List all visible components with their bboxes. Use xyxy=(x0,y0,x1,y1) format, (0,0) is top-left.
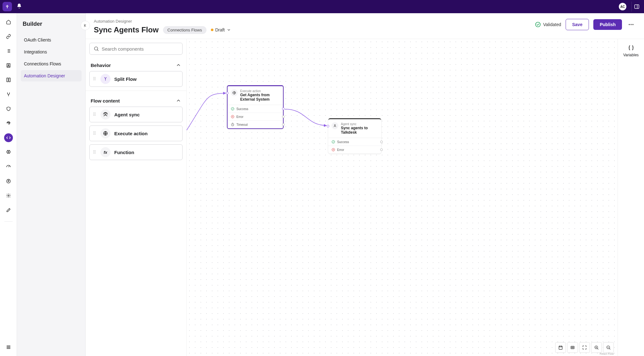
port-out[interactable] xyxy=(380,141,383,143)
search-icon xyxy=(93,46,99,52)
sidebar-item-connections[interactable]: Connections Flows xyxy=(21,58,82,70)
nav-home-icon[interactable] xyxy=(4,18,13,26)
nav-contact-icon[interactable] xyxy=(4,61,13,70)
variables-rail[interactable]: Variables xyxy=(618,39,644,356)
svg-point-16 xyxy=(630,24,631,25)
node-row-timeout[interactable]: Timeout xyxy=(228,121,283,128)
node-execute-action[interactable]: Execute action Get Agents from External … xyxy=(227,85,284,129)
search-input[interactable] xyxy=(102,46,178,52)
nav-edit-icon[interactable] xyxy=(4,206,13,214)
nav-compass-icon[interactable] xyxy=(4,177,13,186)
port-out[interactable] xyxy=(380,148,383,151)
port-in[interactable] xyxy=(226,92,229,94)
palette-label: Function xyxy=(114,150,134,155)
svg-point-25 xyxy=(334,125,336,126)
flow-canvas[interactable]: Execute action Get Agents from External … xyxy=(187,39,618,356)
palette-divider xyxy=(86,91,186,91)
chevron-up-icon xyxy=(176,62,181,68)
fullscreen-button[interactable] xyxy=(579,342,590,353)
row-label: Error xyxy=(236,115,243,119)
fx-icon: fx xyxy=(100,147,110,157)
svg-point-19 xyxy=(105,113,106,114)
nav-brain-icon[interactable] xyxy=(4,148,13,157)
nav-list-icon[interactable] xyxy=(4,47,13,55)
zoom-in-button[interactable] xyxy=(591,342,602,353)
palette-item-execute-action[interactable]: ⠿ Execute action xyxy=(89,125,183,141)
palette-label: Execute action xyxy=(114,131,148,136)
nav-apps-icon[interactable] xyxy=(4,343,13,352)
nav-branch-icon[interactable] xyxy=(4,90,13,99)
palette-label: Agent sync xyxy=(114,112,140,117)
panel-toggle-icon[interactable] xyxy=(631,2,641,12)
x-circle-icon xyxy=(231,115,234,119)
port-out[interactable] xyxy=(282,115,285,118)
node-row-error[interactable]: Error xyxy=(228,113,283,121)
row-label: Error xyxy=(337,148,344,152)
more-button[interactable] xyxy=(626,20,636,29)
sidebar-item-automation[interactable]: Automation Designer xyxy=(21,70,82,81)
breadcrumb: Automation Designer xyxy=(94,19,231,24)
save-button[interactable]: Save xyxy=(566,19,589,30)
nav-link-icon[interactable] xyxy=(4,32,13,41)
svg-rect-29 xyxy=(571,346,574,349)
palette-item-split-flow[interactable]: ⠿ Split Flow xyxy=(89,71,183,87)
port-out[interactable] xyxy=(282,108,285,110)
svg-rect-12 xyxy=(8,348,9,349)
dots-icon xyxy=(628,21,634,28)
chevron-up-icon xyxy=(176,98,181,103)
section-behavior-header[interactable]: Behavior xyxy=(89,60,183,71)
validated-badge: Validated xyxy=(535,21,561,28)
globe-icon xyxy=(231,89,238,96)
svg-point-3 xyxy=(7,179,10,183)
node-row-success[interactable]: Success xyxy=(328,138,381,146)
nav-code-icon[interactable] xyxy=(4,133,13,142)
check-circle-icon xyxy=(331,140,335,144)
sidebar: Builder OAuth Clients Integrations Conne… xyxy=(17,13,86,356)
publish-button[interactable]: Publish xyxy=(593,19,622,30)
calendar-button[interactable] xyxy=(555,342,566,353)
svg-rect-30 xyxy=(572,347,573,348)
nav-gauge-icon[interactable] xyxy=(4,162,13,171)
svg-rect-28 xyxy=(559,346,562,349)
collapse-sidebar-button[interactable] xyxy=(81,21,90,30)
svg-rect-8 xyxy=(7,347,8,348)
svg-rect-11 xyxy=(7,348,8,349)
row-label: Success xyxy=(337,140,349,144)
svg-rect-7 xyxy=(9,346,10,347)
notifications-icon[interactable] xyxy=(16,3,22,10)
svg-rect-13 xyxy=(9,348,10,349)
clock-icon xyxy=(231,123,234,126)
node-row-success[interactable]: Success xyxy=(228,105,283,113)
node-agent-sync[interactable]: Agent sync Sync agents to Talkdesk Succe… xyxy=(328,118,381,153)
port-out[interactable] xyxy=(282,123,285,126)
port-in[interactable] xyxy=(327,125,329,127)
top-bar: AC xyxy=(0,0,644,13)
nav-shield-icon[interactable] xyxy=(4,104,13,113)
section-flow-header[interactable]: Flow content xyxy=(89,96,183,107)
nav-book-icon[interactable] xyxy=(4,75,13,84)
app-logo[interactable] xyxy=(3,2,12,11)
fit-view-button[interactable] xyxy=(567,342,578,353)
palette-item-agent-sync[interactable]: ⠿ Agent sync xyxy=(89,107,183,122)
node-row-error[interactable]: Error xyxy=(328,146,381,153)
sidebar-item-integrations[interactable]: Integrations xyxy=(21,46,82,58)
svg-point-4 xyxy=(8,195,9,196)
zoom-out-button[interactable] xyxy=(603,342,614,353)
avatar[interactable]: AC xyxy=(619,3,626,10)
status-chip[interactable]: Draft xyxy=(211,27,231,32)
svg-point-17 xyxy=(632,24,633,25)
split-icon xyxy=(100,74,110,84)
svg-point-22 xyxy=(231,108,234,110)
nav-fingerprint-icon[interactable] xyxy=(4,119,13,128)
validated-label: Validated xyxy=(543,22,561,27)
row-label: Success xyxy=(236,107,248,111)
check-circle-icon xyxy=(231,107,234,111)
search-input-wrap[interactable] xyxy=(89,43,183,55)
nav-rail xyxy=(0,13,17,356)
palette-item-function[interactable]: ⠿ fx Function xyxy=(89,144,183,160)
variables-label: Variables xyxy=(623,53,639,57)
globe-icon xyxy=(100,128,110,138)
nav-gear-icon[interactable] xyxy=(4,191,13,200)
drag-handle-icon: ⠿ xyxy=(93,112,97,117)
sidebar-item-oauth[interactable]: OAuth Clients xyxy=(21,34,82,46)
